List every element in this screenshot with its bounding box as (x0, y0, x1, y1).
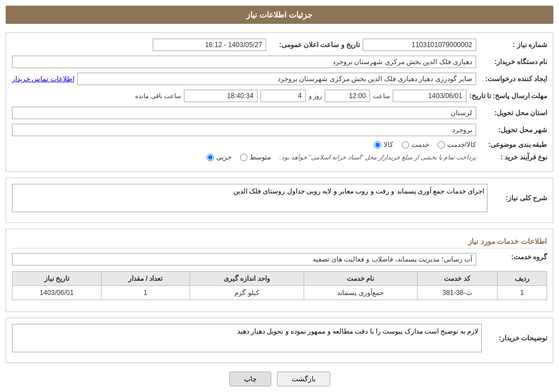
announcement-date-value: 1403/05/27 - 16:12 (153, 39, 266, 51)
deadline-row: مهلت ارسال پاسخ: تا تاریخ: 1403/06/01 سا… (12, 90, 547, 102)
service-group-label: گروه خدمت: (479, 253, 547, 261)
table-cell-service_code: ث-38-381 (417, 286, 497, 300)
purchase-type-radio-group: پرداخت تمام یا بخشی از مبلغ خریداراز محل… (207, 153, 476, 161)
service-group-value: آب رسانی؛ مدیریت پسماند، فاضلاب و فعالیت… (12, 253, 476, 265)
category-option-khedmat[interactable]: خدمت (402, 141, 429, 149)
buyer-notes-textarea[interactable] (12, 324, 482, 352)
announcement-date-label: تاریخ و ساعت اعلان عمومی: (269, 41, 360, 49)
purchase-type-row: نوع فرآیند خرید : پرداخت تمام یا بخشی از… (12, 153, 547, 161)
city-row: شهر محل تحویل: بروجرد (12, 124, 547, 136)
service-table-header-row: ردیف کد خدمت نام خدمت واحد اندازه گیری ت… (12, 272, 547, 286)
service-group-row: گروه خدمت: آب رسانی؛ مدیریت پسماند، فاضل… (12, 253, 547, 265)
purchase-type-middle-label: متوسط (250, 153, 271, 161)
deadline-remaining-label: ساعت باقی مانده (135, 92, 180, 100)
buyer-notes-section: توضیحات خریدار: (6, 318, 553, 363)
creator-value: صابر گودرزی دهیار دهیاری فلک الدین بخش م… (77, 73, 476, 85)
category-option-kala-khedmat[interactable]: کالا/خدمت (438, 141, 476, 149)
deadline-time: 12:00 (325, 90, 370, 102)
table-cell-row: 1 (497, 286, 547, 300)
action-buttons: بازگشت چاپ (6, 372, 553, 386)
table-cell-date: 1403/06/01 (12, 286, 102, 300)
general-desc-textarea[interactable] (12, 184, 487, 212)
deadline-remaining: 18:40:34 (184, 90, 258, 102)
back-button[interactable]: بازگشت (277, 372, 330, 386)
table-cell-unit: کیلو گرم (190, 286, 304, 300)
province-label: استان محل تحویل: (479, 109, 547, 117)
table-cell-service_name: جمع‌آوری پسماند (304, 286, 417, 300)
deadline-days-label: روز و (309, 92, 322, 100)
service-table-body: 1ث-38-381جمع‌آوری پسماندکیلو گرم11403/06… (12, 286, 547, 300)
table-cell-quantity: 1 (101, 286, 190, 300)
need-number-label: شماره نیاز : (479, 41, 547, 49)
category-label: طبقه بندی موضوعی: (479, 141, 547, 149)
category-radio-kala-khedmat[interactable] (438, 141, 445, 149)
page-header: جزئیات اطلاعات نیاز (6, 6, 553, 24)
deadline-label: مهلت ارسال پاسخ: تا تاریخ: (469, 92, 547, 100)
col-service-code: کد خدمت (417, 272, 497, 286)
col-row-num: ردیف (497, 272, 547, 286)
buyer-notes-label: توضیحات خریدار: (485, 334, 547, 342)
purchase-type-middle[interactable]: متوسط (240, 153, 271, 161)
general-desc-section: شرح کلی نیاز: (6, 178, 553, 223)
general-desc-row: شرح کلی نیاز: (12, 184, 547, 212)
category-option-kala[interactable]: کالا (374, 141, 393, 149)
province-value: لرستان (12, 107, 476, 119)
creator-label: ایجاد کننده درخواست: (479, 75, 547, 83)
city-value: بروجرد (12, 124, 476, 136)
purchase-type-label: نوع فرآیند خرید : (479, 153, 547, 161)
buyer-org-value: دهیاری فلک الدین بخش مرکزی شهرستان بروجر… (12, 56, 476, 68)
col-quantity: تعداد / مقدار (101, 272, 190, 286)
deadline-time-label: ساعت (373, 92, 390, 100)
page-title: جزئیات اطلاعات نیاز (246, 10, 313, 19)
general-desc-label: شرح کلی نیاز: (490, 194, 547, 202)
service-table-header: ردیف کد خدمت نام خدمت واحد اندازه گیری ت… (12, 272, 547, 286)
col-unit: واحد اندازه گیری (190, 272, 304, 286)
purchase-type-note: پرداخت تمام یا بخشی از مبلغ خریداراز محل… (279, 154, 476, 161)
col-date: تاریخ نیاز (12, 272, 102, 286)
need-number-row: شماره نیاز : 1103101079000002 تاریخ و سا… (12, 39, 547, 51)
purchase-type-radio-middle[interactable] (240, 154, 247, 161)
need-number-value: 1103101079000002 (363, 39, 476, 51)
col-service-name: نام خدمت (304, 272, 417, 286)
page-wrapper: جزئیات اطلاعات نیاز شماره نیاز : 1103101… (0, 0, 559, 392)
creator-row: ایجاد کننده درخواست: صابر گودرزی دهیار د… (12, 73, 547, 85)
buyer-notes-row: توضیحات خریدار: (12, 324, 547, 352)
contact-link[interactable]: اطلاعات تماس خریدار (12, 75, 74, 83)
category-row: طبقه بندی موضوعی: کالا/خدمت خدمت کالا (12, 141, 547, 149)
purchase-type-partial-label: جزیی (216, 153, 232, 161)
category-kala-label: کالا (384, 141, 393, 149)
purchase-type-partial[interactable]: جزیی (207, 153, 232, 161)
service-info-title: اطلاعات خدمات مورد نیاز (12, 235, 547, 248)
province-row: استان محل تحویل: لرستان (12, 107, 547, 119)
deadline-date: 1403/06/01 (393, 90, 466, 102)
category-radio-kala[interactable] (374, 141, 381, 149)
deadline-days: 4 (260, 90, 306, 102)
main-info-section: شماره نیاز : 1103101079000002 تاریخ و سا… (6, 32, 553, 172)
category-radio-group: کالا/خدمت خدمت کالا (374, 141, 476, 149)
service-info-section: اطلاعات خدمات مورد نیاز گروه خدمت: آب رس… (6, 229, 553, 312)
service-table: ردیف کد خدمت نام خدمت واحد اندازه گیری ت… (12, 271, 547, 300)
print-button[interactable]: چاپ (229, 372, 271, 386)
buyer-org-row: نام دستگاه خریدار: دهیاری فلک الدین بخش … (12, 56, 547, 68)
category-radio-khedmat[interactable] (402, 141, 409, 149)
buyer-org-label: نام دستگاه خریدار: (479, 58, 547, 66)
purchase-type-radio-partial[interactable] (207, 154, 214, 161)
city-label: شهر محل تحویل: (479, 126, 547, 134)
table-row: 1ث-38-381جمع‌آوری پسماندکیلو گرم11403/06… (12, 286, 547, 300)
category-kala-khedmat-label: کالا/خدمت (447, 141, 476, 149)
category-khedmat-label: خدمت (411, 141, 429, 149)
